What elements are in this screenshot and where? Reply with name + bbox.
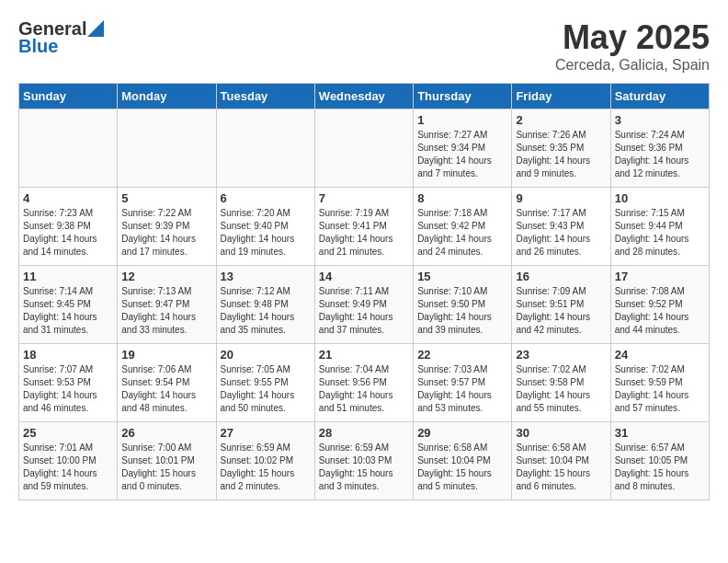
calendar-cell: 18Sunrise: 7:07 AM Sunset: 9:53 PM Dayli… bbox=[19, 344, 118, 422]
day-number: 29 bbox=[417, 426, 507, 440]
calendar-cell bbox=[314, 109, 413, 188]
title-block: May 2025 Cerceda, Galicia, Spain bbox=[555, 18, 710, 74]
day-info: Sunrise: 7:06 AM Sunset: 9:54 PM Dayligh… bbox=[121, 363, 211, 415]
calendar-cell: 20Sunrise: 7:05 AM Sunset: 9:55 PM Dayli… bbox=[216, 344, 314, 422]
calendar-cell: 21Sunrise: 7:04 AM Sunset: 9:56 PM Dayli… bbox=[314, 344, 413, 422]
logo-triangle-icon bbox=[87, 20, 104, 37]
day-info: Sunrise: 7:02 AM Sunset: 9:58 PM Dayligh… bbox=[516, 363, 606, 415]
weekday-header: Sunday bbox=[19, 84, 118, 109]
day-info: Sunrise: 7:07 AM Sunset: 9:53 PM Dayligh… bbox=[23, 363, 113, 415]
weekday-header: Friday bbox=[512, 84, 610, 109]
day-info: Sunrise: 7:23 AM Sunset: 9:38 PM Dayligh… bbox=[23, 207, 113, 259]
location-title: Cerceda, Galicia, Spain bbox=[555, 57, 710, 74]
day-info: Sunrise: 7:26 AM Sunset: 9:35 PM Dayligh… bbox=[516, 129, 606, 180]
calendar-cell: 26Sunrise: 7:00 AM Sunset: 10:01 PM Dayl… bbox=[118, 422, 216, 500]
day-number: 23 bbox=[516, 348, 606, 362]
calendar-week-row: 4Sunrise: 7:23 AM Sunset: 9:38 PM Daylig… bbox=[19, 188, 710, 266]
day-number: 13 bbox=[221, 270, 311, 283]
day-info: Sunrise: 6:59 AM Sunset: 10:02 PM Daylig… bbox=[221, 442, 311, 493]
day-number: 20 bbox=[221, 348, 311, 362]
day-info: Sunrise: 7:13 AM Sunset: 9:47 PM Dayligh… bbox=[121, 285, 211, 337]
day-number: 25 bbox=[23, 426, 113, 440]
day-info: Sunrise: 6:58 AM Sunset: 10:04 PM Daylig… bbox=[516, 442, 606, 493]
day-number: 9 bbox=[516, 191, 606, 205]
calendar-cell: 31Sunrise: 6:57 AM Sunset: 10:05 PM Dayl… bbox=[610, 422, 709, 500]
day-number: 3 bbox=[615, 113, 705, 127]
calendar-cell: 25Sunrise: 7:01 AM Sunset: 10:00 PM Dayl… bbox=[19, 422, 118, 500]
calendar-cell bbox=[216, 109, 314, 188]
day-info: Sunrise: 6:57 AM Sunset: 10:05 PM Daylig… bbox=[615, 442, 705, 493]
day-info: Sunrise: 7:20 AM Sunset: 9:40 PM Dayligh… bbox=[221, 207, 311, 259]
logo: General Blue bbox=[18, 18, 104, 57]
calendar-cell: 27Sunrise: 6:59 AM Sunset: 10:02 PM Dayl… bbox=[216, 422, 314, 500]
day-info: Sunrise: 6:58 AM Sunset: 10:04 PM Daylig… bbox=[417, 442, 507, 493]
day-number: 21 bbox=[319, 348, 409, 362]
weekday-header: Tuesday bbox=[216, 84, 314, 109]
calendar-cell: 23Sunrise: 7:02 AM Sunset: 9:58 PM Dayli… bbox=[512, 344, 610, 422]
day-info: Sunrise: 7:09 AM Sunset: 9:51 PM Dayligh… bbox=[516, 285, 606, 337]
day-number: 28 bbox=[319, 426, 409, 440]
day-number: 10 bbox=[615, 191, 705, 205]
calendar-cell: 17Sunrise: 7:08 AM Sunset: 9:52 PM Dayli… bbox=[610, 266, 709, 344]
day-number: 16 bbox=[516, 270, 606, 283]
page-header: General Blue May 2025 Cerceda, Galicia, … bbox=[18, 18, 710, 74]
day-info: Sunrise: 7:22 AM Sunset: 9:39 PM Dayligh… bbox=[121, 207, 211, 259]
day-number: 1 bbox=[417, 113, 507, 127]
day-number: 18 bbox=[23, 348, 113, 362]
day-number: 27 bbox=[221, 426, 311, 440]
calendar-week-row: 18Sunrise: 7:07 AM Sunset: 9:53 PM Dayli… bbox=[19, 344, 710, 422]
day-info: Sunrise: 7:24 AM Sunset: 9:36 PM Dayligh… bbox=[615, 129, 705, 180]
day-info: Sunrise: 7:02 AM Sunset: 9:59 PM Dayligh… bbox=[615, 363, 705, 415]
calendar-cell: 14Sunrise: 7:11 AM Sunset: 9:49 PM Dayli… bbox=[314, 266, 413, 344]
calendar-cell: 4Sunrise: 7:23 AM Sunset: 9:38 PM Daylig… bbox=[19, 188, 118, 266]
weekday-header: Saturday bbox=[610, 84, 709, 109]
calendar-cell: 5Sunrise: 7:22 AM Sunset: 9:39 PM Daylig… bbox=[118, 188, 216, 266]
day-number: 22 bbox=[417, 348, 507, 362]
calendar-cell: 16Sunrise: 7:09 AM Sunset: 9:51 PM Dayli… bbox=[512, 266, 610, 344]
calendar-cell: 22Sunrise: 7:03 AM Sunset: 9:57 PM Dayli… bbox=[414, 344, 512, 422]
calendar-cell: 13Sunrise: 7:12 AM Sunset: 9:48 PM Dayli… bbox=[216, 266, 314, 344]
weekday-header: Wednesday bbox=[314, 84, 413, 109]
day-number: 26 bbox=[121, 426, 211, 440]
calendar-cell: 11Sunrise: 7:14 AM Sunset: 9:45 PM Dayli… bbox=[19, 266, 118, 344]
day-info: Sunrise: 7:27 AM Sunset: 9:34 PM Dayligh… bbox=[417, 129, 507, 180]
day-number: 14 bbox=[319, 270, 409, 283]
day-info: Sunrise: 7:04 AM Sunset: 9:56 PM Dayligh… bbox=[319, 363, 409, 415]
day-info: Sunrise: 7:00 AM Sunset: 10:01 PM Daylig… bbox=[121, 442, 211, 493]
calendar-cell: 29Sunrise: 6:58 AM Sunset: 10:04 PM Dayl… bbox=[414, 422, 512, 500]
calendar-cell: 12Sunrise: 7:13 AM Sunset: 9:47 PM Dayli… bbox=[118, 266, 216, 344]
calendar-week-row: 11Sunrise: 7:14 AM Sunset: 9:45 PM Dayli… bbox=[19, 266, 710, 344]
svg-marker-0 bbox=[87, 20, 104, 37]
calendar-cell: 9Sunrise: 7:17 AM Sunset: 9:43 PM Daylig… bbox=[512, 188, 610, 266]
day-number: 30 bbox=[516, 426, 606, 440]
calendar-cell bbox=[118, 109, 216, 188]
day-number: 24 bbox=[615, 348, 705, 362]
day-number: 31 bbox=[615, 426, 705, 440]
day-info: Sunrise: 7:10 AM Sunset: 9:50 PM Dayligh… bbox=[417, 285, 507, 337]
calendar-cell: 3Sunrise: 7:24 AM Sunset: 9:36 PM Daylig… bbox=[610, 109, 709, 188]
day-number: 11 bbox=[23, 270, 113, 283]
day-number: 5 bbox=[121, 191, 211, 205]
day-number: 4 bbox=[23, 191, 113, 205]
day-info: Sunrise: 7:12 AM Sunset: 9:48 PM Dayligh… bbox=[221, 285, 311, 337]
calendar-cell: 2Sunrise: 7:26 AM Sunset: 9:35 PM Daylig… bbox=[512, 109, 610, 188]
day-number: 17 bbox=[615, 270, 705, 283]
day-info: Sunrise: 7:18 AM Sunset: 9:42 PM Dayligh… bbox=[417, 207, 507, 259]
day-number: 6 bbox=[221, 191, 311, 205]
weekday-header: Thursday bbox=[414, 84, 512, 109]
calendar-table: SundayMondayTuesdayWednesdayThursdayFrid… bbox=[18, 83, 710, 500]
calendar-cell: 1Sunrise: 7:27 AM Sunset: 9:34 PM Daylig… bbox=[414, 109, 512, 188]
calendar-cell: 24Sunrise: 7:02 AM Sunset: 9:59 PM Dayli… bbox=[610, 344, 709, 422]
calendar-cell: 8Sunrise: 7:18 AM Sunset: 9:42 PM Daylig… bbox=[414, 188, 512, 266]
day-info: Sunrise: 7:14 AM Sunset: 9:45 PM Dayligh… bbox=[23, 285, 113, 337]
calendar-cell: 15Sunrise: 7:10 AM Sunset: 9:50 PM Dayli… bbox=[414, 266, 512, 344]
day-number: 2 bbox=[516, 113, 606, 127]
day-info: Sunrise: 7:11 AM Sunset: 9:49 PM Dayligh… bbox=[319, 285, 409, 337]
calendar-week-row: 25Sunrise: 7:01 AM Sunset: 10:00 PM Dayl… bbox=[19, 422, 710, 500]
day-number: 19 bbox=[121, 348, 211, 362]
calendar-cell bbox=[19, 109, 118, 188]
weekday-header: Monday bbox=[118, 84, 216, 109]
day-info: Sunrise: 7:19 AM Sunset: 9:41 PM Dayligh… bbox=[319, 207, 409, 259]
day-info: Sunrise: 7:08 AM Sunset: 9:52 PM Dayligh… bbox=[615, 285, 705, 337]
calendar-cell: 30Sunrise: 6:58 AM Sunset: 10:04 PM Dayl… bbox=[512, 422, 610, 500]
